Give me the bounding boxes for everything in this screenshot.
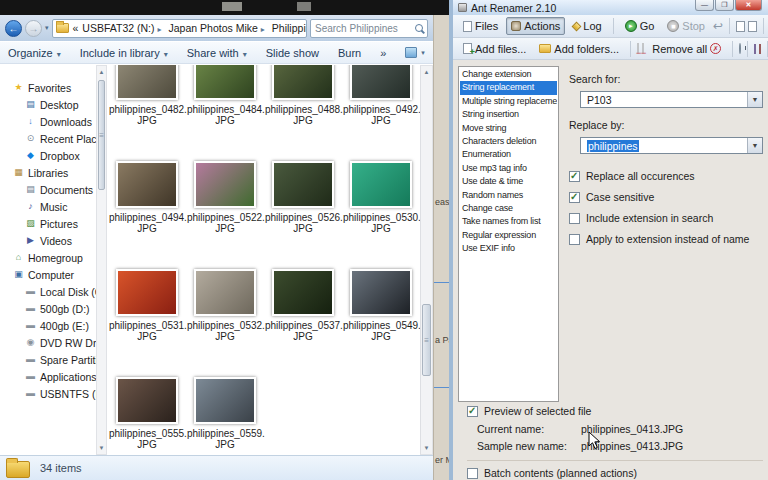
file-thumbnail[interactable] — [116, 161, 178, 208]
command-bar-item[interactable]: Include in library — [80, 47, 168, 59]
sidebar-item[interactable]: Downloads — [0, 113, 96, 130]
sidebar-item[interactable]: Documents — [0, 181, 96, 198]
forward-button[interactable]: → — [25, 20, 42, 37]
file-thumbnail[interactable] — [272, 269, 334, 316]
command-bar-item[interactable]: Slide show — [266, 47, 319, 59]
file-thumbnail[interactable] — [116, 269, 178, 316]
sidebar-item[interactable]: Applications (L:) — [0, 368, 96, 385]
remove-all-button[interactable]: Remove all ✗ — [647, 40, 726, 58]
search-icon[interactable] — [415, 24, 423, 32]
change-view-icon[interactable] — [405, 47, 417, 58]
preview-checkbox[interactable] — [467, 406, 478, 417]
sidebar-item[interactable]: Spare Partition (K:) — [0, 351, 96, 368]
batch-contents-checkbox[interactable] — [467, 468, 478, 479]
sidebar-item[interactable]: Videos — [0, 232, 96, 249]
sidebar-item[interactable]: Music — [0, 198, 96, 215]
scroll-up-icon[interactable]: ▲ — [97, 66, 106, 78]
file-thumbnail[interactable] — [272, 65, 334, 100]
sidebar-item[interactable]: USBNTFS (M:) — [0, 385, 96, 402]
action-list-item[interactable]: Take names from list — [460, 215, 557, 228]
breadcrumb-item[interactable]: USBFAT32 (N:) — [82, 22, 164, 34]
sidebar-scrollbar[interactable]: ▲ ▼ — [96, 65, 107, 455]
maximize-button[interactable]: ❐ — [715, 0, 734, 11]
command-bar-item[interactable]: Share with — [187, 47, 247, 59]
action-list-item[interactable]: Use EXIF info — [460, 242, 557, 255]
action-list-item[interactable]: Regular expression — [460, 229, 557, 242]
sidebar-item[interactable]: Local Disk (C:) — [0, 283, 96, 300]
file-tile[interactable]: philippines_0482.JPG — [108, 65, 186, 155]
remove-folder-icon[interactable] — [642, 43, 644, 54]
scroll-down-icon[interactable]: ▼ — [421, 442, 432, 454]
search-input[interactable] — [315, 23, 415, 34]
file-tile[interactable]: philippines_0549.JPG — [342, 263, 420, 371]
scrollbar-thumb[interactable] — [98, 80, 105, 190]
file-tile[interactable]: philippines_0526.JPG — [264, 155, 342, 263]
sidebar-item[interactable]: Libraries — [0, 164, 96, 181]
add-folders-button[interactable]: Add folders... — [534, 40, 624, 58]
file-thumbnail[interactable] — [116, 65, 178, 100]
breadcrumb-item[interactable]: Philippines — [272, 22, 307, 34]
title-bar[interactable]: Ant Renamer 2.10 — ❐ ✕ — [453, 0, 768, 15]
file-thumbnail[interactable] — [194, 377, 256, 424]
file-tile[interactable]: philippines_0532.JPG — [186, 263, 264, 371]
actions-view-button[interactable]: Actions — [506, 17, 565, 35]
paste-names-icon[interactable] — [748, 21, 757, 32]
views-dropdown-icon[interactable]: ▾ — [421, 49, 425, 57]
sidebar-item[interactable]: DVD RW Drive (F:) — [0, 334, 96, 351]
sidebar-item[interactable]: 500gb (D:) — [0, 300, 96, 317]
file-tile[interactable]: philippines_0484.JPG — [186, 65, 264, 155]
recent-files-icon[interactable] — [739, 43, 741, 54]
action-list-item[interactable]: Multiple string replacement — [460, 95, 557, 108]
replace-by-combobox[interactable]: philippines ▼ — [580, 137, 763, 154]
file-thumbnail[interactable] — [350, 269, 412, 316]
checkbox[interactable] — [569, 213, 580, 224]
chevron-down-icon[interactable]: ▼ — [747, 138, 762, 153]
file-thumbnail[interactable] — [272, 161, 334, 208]
command-bar-item[interactable]: Burn — [338, 47, 361, 59]
file-tile[interactable]: philippines_0494.JPG — [108, 155, 186, 263]
search-for-combobox[interactable]: P103 ▼ — [580, 91, 763, 108]
file-thumbnail[interactable] — [194, 161, 256, 208]
file-tile[interactable]: philippines_0531.JPG — [108, 263, 186, 371]
action-list-item[interactable]: Change case — [460, 202, 557, 215]
action-list-item[interactable]: Characters deletion — [460, 135, 557, 148]
breadcrumb-item[interactable]: Japan Photos Mike — [169, 22, 268, 34]
checkbox[interactable] — [569, 192, 580, 203]
sidebar-item[interactable]: Favorites — [0, 79, 96, 96]
action-list-item[interactable]: Use date & time — [460, 175, 557, 188]
file-tile[interactable]: philippines_0530.JPG — [342, 155, 420, 263]
action-list-item[interactable]: Random names — [460, 189, 557, 202]
select-all-icon[interactable] — [754, 44, 756, 54]
copy-names-icon[interactable] — [736, 21, 745, 32]
log-view-button[interactable]: Log — [568, 17, 606, 35]
remove-file-icon[interactable] — [637, 43, 639, 54]
action-list-item[interactable]: Use mp3 tag info — [460, 162, 557, 175]
action-list-item[interactable]: Change extension — [460, 68, 557, 81]
sidebar-item[interactable]: 400gb (E:) — [0, 317, 96, 334]
add-files-button[interactable]: Add files... — [458, 40, 531, 58]
file-thumbnail[interactable] — [194, 269, 256, 316]
sidebar-item[interactable]: Desktop — [0, 96, 96, 113]
file-tile[interactable]: philippines_0559.JPG — [186, 371, 264, 455]
history-dropdown-icon[interactable]: ▾ — [45, 24, 49, 32]
checkbox[interactable] — [569, 234, 580, 245]
files-view-button[interactable]: Files — [458, 17, 503, 35]
file-thumbnail[interactable] — [350, 161, 412, 208]
scroll-up-icon[interactable]: ▲ — [421, 66, 432, 78]
command-bar-item[interactable]: » — [380, 47, 386, 59]
sidebar-item[interactable]: Recent Places — [0, 130, 96, 147]
action-list-item[interactable]: String insertion — [460, 108, 557, 121]
sidebar-item[interactable]: Homegroup — [0, 249, 96, 266]
sidebar-item[interactable]: Pictures — [0, 215, 96, 232]
undo-icon[interactable]: ↩ — [713, 19, 723, 33]
close-button[interactable]: ✕ — [735, 0, 762, 11]
file-tile[interactable]: philippines_0488.JPG — [264, 65, 342, 155]
search-box[interactable] — [310, 19, 428, 38]
file-tile[interactable]: philippines_0522.JPG — [186, 155, 264, 263]
file-thumbnail[interactable] — [350, 65, 412, 100]
sidebar-item[interactable]: Computer — [0, 266, 96, 283]
action-list-item[interactable]: String replacement — [460, 81, 557, 94]
back-button[interactable]: ← — [5, 20, 22, 37]
chevron-down-icon[interactable]: ▼ — [747, 92, 762, 107]
file-tile[interactable]: philippines_0492.JPG — [342, 65, 420, 155]
